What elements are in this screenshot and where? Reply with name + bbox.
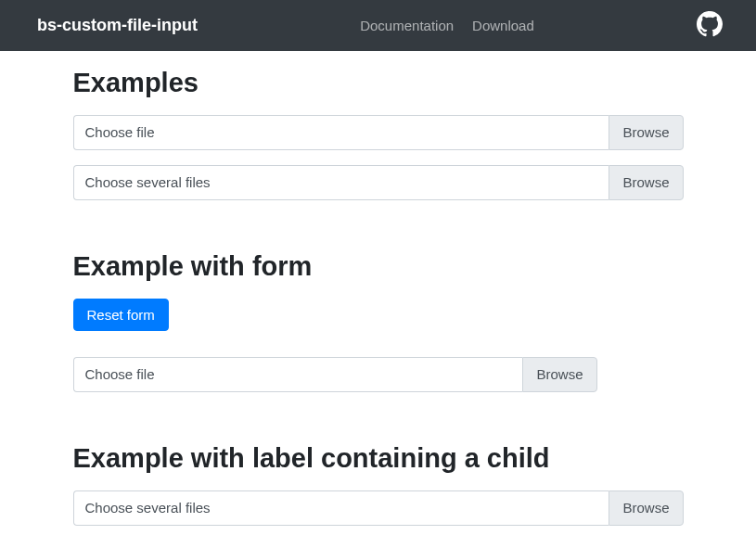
file-input-form[interactable]: Choose file Browse bbox=[73, 357, 597, 392]
file-input-label[interactable]: Choose file bbox=[73, 115, 609, 150]
reset-form-button[interactable]: Reset form bbox=[73, 299, 169, 331]
browse-button[interactable]: Browse bbox=[609, 165, 683, 200]
browse-button[interactable]: Browse bbox=[609, 115, 683, 150]
file-input-label[interactable]: Choose file bbox=[73, 357, 523, 392]
nav-center: Documentation Download bbox=[360, 18, 534, 33]
main-container: Examples Choose file Browse Choose sever… bbox=[58, 68, 698, 526]
examples-heading: Examples bbox=[73, 68, 684, 98]
nav-link-documentation[interactable]: Documentation bbox=[360, 18, 454, 33]
nav-link-download[interactable]: Download bbox=[472, 18, 534, 33]
label-child-heading: Example with label containing a child bbox=[73, 443, 684, 474]
browse-button[interactable]: Browse bbox=[522, 357, 596, 392]
nav-right bbox=[697, 11, 741, 41]
file-input-multiple[interactable]: Choose several files Browse bbox=[73, 165, 684, 200]
file-input-single[interactable]: Choose file Browse bbox=[73, 115, 684, 150]
file-input-label-child[interactable]: Choose several files Browse bbox=[73, 490, 684, 526]
brand-title[interactable]: bs-custom-file-input bbox=[15, 16, 198, 35]
github-icon[interactable] bbox=[697, 11, 723, 41]
browse-button[interactable]: Browse bbox=[609, 490, 683, 526]
navbar: bs-custom-file-input Documentation Downl… bbox=[0, 0, 756, 51]
form-heading: Example with form bbox=[73, 251, 684, 282]
file-input-label[interactable]: Choose several files bbox=[73, 490, 609, 526]
nav-left: bs-custom-file-input bbox=[15, 16, 198, 35]
file-input-label[interactable]: Choose several files bbox=[73, 165, 609, 200]
